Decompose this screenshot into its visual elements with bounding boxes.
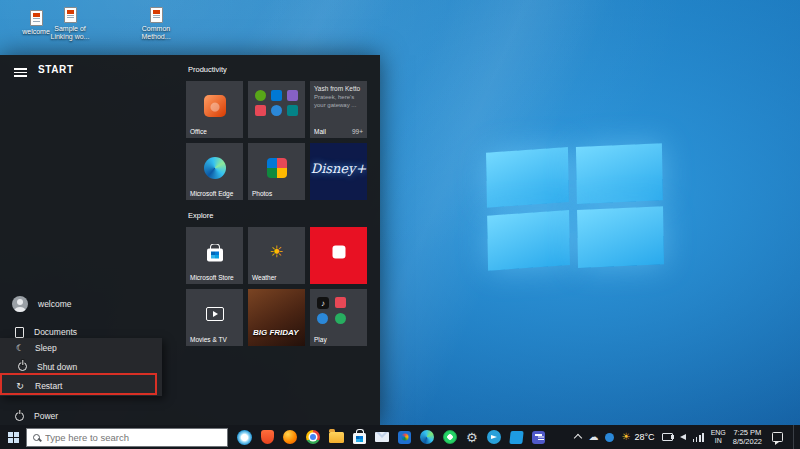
cortana-button[interactable] <box>237 430 252 445</box>
tray-expand-chevron-icon[interactable] <box>574 434 582 442</box>
system-tray: ☁ ☀ 28°C ENG IN 7:25 PM 8/5/2022 <box>575 425 800 449</box>
start-power-item[interactable]: Power <box>12 407 58 425</box>
power-flyout-menu: ☾ Sleep Shut down ↻ Restart <box>0 338 162 396</box>
blue-play-mini-icon <box>317 313 328 324</box>
mail-icon[interactable] <box>375 432 389 442</box>
tile-movies-tv[interactable]: Movies & TV <box>186 289 243 346</box>
tile-office[interactable]: Office <box>186 81 243 138</box>
desktop-icon-label: Common Method... <box>141 25 170 40</box>
search-input[interactable] <box>45 432 221 443</box>
desktop-icon-label: Sample of Linking wo... <box>51 25 90 40</box>
document-file-icon <box>30 10 43 26</box>
tiktok-mini-icon: ♪ <box>317 297 329 309</box>
mail-preview-body: Prateek, here's your gateway ... <box>314 94 364 109</box>
skype-mini-icon <box>255 90 266 101</box>
photos-icon <box>267 158 287 178</box>
store-icon <box>207 249 223 262</box>
red-app-icon <box>332 246 345 259</box>
file-explorer-icon[interactable] <box>329 432 344 443</box>
language-primary: ENG <box>711 429 726 437</box>
power-icon <box>15 412 24 421</box>
mail-preview: Yash from Ketto Prateek, here's your gat… <box>314 85 364 109</box>
start-user-item[interactable]: welcome <box>12 295 72 313</box>
tile-photos[interactable]: Photos <box>248 143 305 200</box>
network-signal-icon[interactable] <box>693 433 704 442</box>
tile-grid-productivity: Office Yash from Ketto Prat <box>186 81 374 200</box>
shutdown-label: Shut down <box>37 362 77 372</box>
hamburger-menu-icon[interactable] <box>14 68 27 77</box>
shutdown-menu-item[interactable]: Shut down <box>0 357 162 376</box>
taskbar: ⚙ ☁ ☀ 28°C ENG IN 7:25 PM 8/5/2022 <box>0 425 800 449</box>
restart-menu-item[interactable]: ↻ Restart <box>0 377 162 396</box>
tile-microsoft-store[interactable]: Microsoft Store <box>186 227 243 284</box>
taskbar-search[interactable] <box>26 428 228 447</box>
group-title-explore: Explore <box>188 211 374 220</box>
teal-mini-icon <box>287 105 298 116</box>
blue-mini-icon <box>271 105 282 116</box>
settings-gear-icon[interactable]: ⚙ <box>466 431 478 444</box>
temperature-label: 28°C <box>634 432 654 442</box>
windows-wallpaper-logo <box>486 144 664 271</box>
search-icon <box>33 434 40 441</box>
whatsapp-icon[interactable] <box>443 430 457 444</box>
onedrive-cloud-icon[interactable]: ☁ <box>588 432 598 442</box>
tile-weather[interactable]: ☀ Weather <box>248 227 305 284</box>
defender-icon[interactable] <box>605 433 614 442</box>
chrome-icon[interactable] <box>306 430 320 444</box>
tile-area: Productivity Office <box>186 61 374 346</box>
movies-tv-icon <box>206 307 224 321</box>
vscode-icon[interactable] <box>509 431 523 444</box>
document-file-icon <box>64 7 77 23</box>
start-button[interactable] <box>0 425 26 449</box>
shutdown-icon <box>18 362 27 371</box>
desktop-icon-sample[interactable]: Sample of Linking wo... <box>44 7 96 41</box>
mail-unread-badge: 99+ <box>352 128 363 135</box>
green-play-mini-icon <box>335 313 346 324</box>
sleep-menu-item[interactable]: ☾ Sleep <box>0 338 162 357</box>
tile-red-app[interactable] <box>310 227 367 284</box>
telegram-icon[interactable] <box>487 430 501 444</box>
volume-icon[interactable] <box>680 434 686 440</box>
firefox-icon[interactable] <box>283 430 297 444</box>
calendar-mini-icon <box>287 90 298 101</box>
photos-app-icon[interactable] <box>398 431 411 444</box>
taskbar-clock[interactable]: 7:25 PM 8/5/2022 <box>733 428 762 447</box>
brave-icon[interactable] <box>261 430 274 444</box>
office-icon <box>204 95 226 117</box>
play-group-icons: ♪ <box>317 297 349 324</box>
start-menu-title: START <box>38 64 74 75</box>
power-label: Power <box>34 411 58 421</box>
sleep-label: Sleep <box>35 343 57 353</box>
microsoft-store-icon[interactable] <box>353 433 366 444</box>
weather-sun-icon: ☀ <box>269 244 283 260</box>
edge-icon <box>204 157 226 179</box>
tile-mail[interactable]: Yash from Ketto Prateek, here's your gat… <box>310 81 367 138</box>
tile-disney-plus[interactable]: Disney+ <box>310 143 367 200</box>
show-desktop-button[interactable] <box>793 425 797 449</box>
time-label: 7:25 PM <box>733 428 762 437</box>
start-menu: START welcome Documents ☾ Sleep Shut dow… <box>0 55 380 425</box>
taskbar-weather-widget[interactable]: ☀ 28°C <box>621 432 654 442</box>
language-secondary: IN <box>711 437 726 445</box>
red-play-mini-icon <box>335 297 346 308</box>
teams-icon[interactable] <box>532 431 545 444</box>
action-center-icon[interactable] <box>772 432 783 442</box>
tile-edge[interactable]: Microsoft Edge <box>186 143 243 200</box>
tile-play[interactable]: ♪ Play <box>310 289 367 346</box>
red-mini-icon <box>255 105 266 116</box>
taskbar-app-icons: ⚙ <box>261 430 545 444</box>
tile-spotify[interactable]: BIG FRIDAY <box>248 289 305 346</box>
documents-label: Documents <box>34 327 77 337</box>
desktop-icon-common[interactable]: Common Method... <box>130 7 182 41</box>
mail-preview-from: Yash from Ketto <box>314 85 364 92</box>
group-title-productivity: Productivity <box>188 65 374 74</box>
edge-icon[interactable] <box>420 430 434 444</box>
restart-label: Restart <box>35 381 62 391</box>
tile-app-group[interactable] <box>248 81 305 138</box>
tile-grid-explore: Microsoft Store ☀ Weather Movies & TV BI… <box>186 227 374 346</box>
user-label: welcome <box>38 299 72 309</box>
date-label: 8/5/2022 <box>733 437 762 446</box>
language-indicator[interactable]: ENG IN <box>711 429 726 446</box>
weather-sun-icon: ☀ <box>621 432 630 442</box>
documents-icon <box>15 327 24 338</box>
